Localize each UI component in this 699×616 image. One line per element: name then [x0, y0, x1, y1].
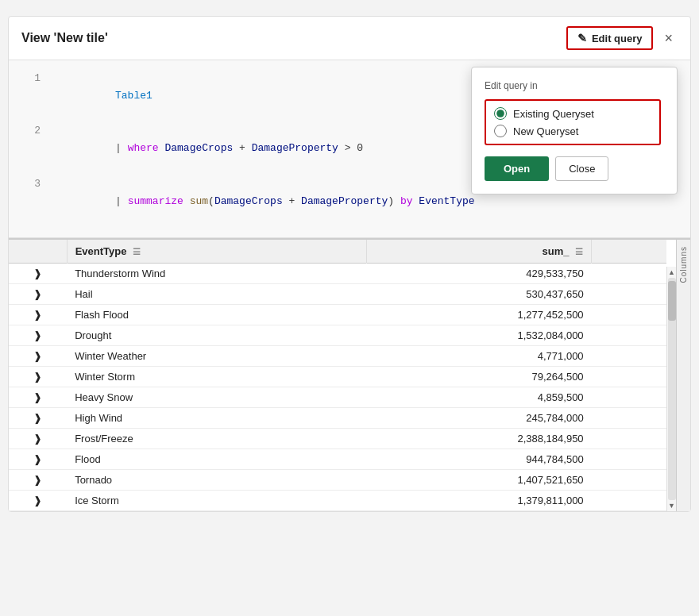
- table-row: ❱ Flood 944,784,500: [9, 449, 666, 469]
- space-1: [183, 195, 190, 207]
- col-damage-crops-2: DamageCrops: [214, 195, 283, 207]
- radio-label-existing: Existing Queryset: [513, 108, 594, 120]
- popup-label: Edit query in: [485, 80, 661, 91]
- expand-cell[interactable]: ❱: [9, 283, 67, 304]
- extra-header: [592, 240, 666, 264]
- extra-cell: [592, 428, 666, 449]
- extra-cell: [592, 304, 666, 325]
- table-row: ❱ Thunderstorm Wind 429,533,750: [9, 263, 666, 283]
- scroll-thumb[interactable]: [668, 281, 676, 321]
- sum-cell: 1,407,521,650: [367, 469, 592, 490]
- event-type-cell: Hail: [67, 283, 366, 304]
- table-row: ❱ Heavy Snow 4,859,500: [9, 387, 666, 407]
- close-button[interactable]: ×: [659, 29, 678, 48]
- line-number-3: 3: [21, 175, 41, 193]
- table-row: ❱ Tornado 1,407,521,650: [9, 469, 666, 490]
- columns-sidebar: Columns: [676, 240, 690, 511]
- line-number-1: 1: [21, 70, 41, 87]
- table-row: ❱ Drought 1,532,084,000: [9, 325, 666, 345]
- table-row: ❱ Ice Storm 1,379,811,000: [9, 490, 666, 510]
- expand-cell[interactable]: ❱: [9, 304, 67, 325]
- code-plus-2: +: [283, 195, 301, 207]
- keyword-by: by: [400, 195, 413, 207]
- extra-cell: [592, 325, 666, 345]
- code-panel: 1 Table1 2 | where DamageCrops + DamageP…: [9, 60, 690, 238]
- expand-cell[interactable]: ❱: [9, 263, 67, 283]
- event-type-cell: Drought: [67, 325, 366, 345]
- col-damage-crops: DamageCrops: [164, 142, 233, 154]
- popup-buttons: Open Close: [485, 156, 661, 181]
- sum-cell: 530,437,650: [367, 283, 592, 304]
- expand-cell[interactable]: ❱: [9, 490, 67, 510]
- table-row: ❱ Winter Storm 79,264,500: [9, 366, 666, 387]
- scroll-track[interactable]: [668, 278, 676, 500]
- sum-cell: 429,533,750: [367, 263, 592, 283]
- scroll-down-arrow[interactable]: ▼: [667, 500, 677, 511]
- table-row: ❱ Hail 530,437,650: [9, 283, 666, 304]
- scroll-up-arrow[interactable]: ▲: [667, 267, 677, 278]
- col-event-type-header[interactable]: EventType ☰: [67, 240, 366, 264]
- extra-cell: [592, 263, 666, 283]
- expand-cell[interactable]: ❱: [9, 387, 67, 407]
- line-number-2: 2: [21, 122, 41, 140]
- popup-close-button[interactable]: Close: [555, 156, 608, 181]
- paren-open: (: [208, 195, 214, 207]
- event-type-cell: Flash Flood: [67, 304, 366, 325]
- expand-cell[interactable]: ❱: [9, 407, 67, 428]
- keyword-table: Table1: [115, 90, 153, 102]
- col2-menu-icon[interactable]: ☰: [575, 247, 583, 256]
- radio-existing-queryset[interactable]: [494, 107, 507, 120]
- expand-cell[interactable]: ❱: [9, 345, 67, 366]
- edit-query-popup: Edit query in Existing Queryset New Quer…: [471, 67, 678, 194]
- edit-query-icon: ✎: [577, 32, 587, 44]
- expand-cell[interactable]: ❱: [9, 366, 67, 387]
- columns-label: Columns: [679, 246, 688, 283]
- vertical-scrollbar[interactable]: ▲ ▼: [666, 267, 676, 511]
- expand-header: [9, 240, 67, 264]
- paren-close: ): [388, 195, 400, 207]
- radio-row-new: New Queryset: [494, 125, 651, 137]
- col-sum-header[interactable]: sum_ ☰: [367, 240, 592, 264]
- expand-cell[interactable]: ❱: [9, 325, 67, 345]
- header-actions: ✎ Edit query ×: [566, 26, 678, 50]
- sum-cell: 1,277,452,500: [367, 304, 592, 325]
- code-gt: > 0: [338, 142, 363, 154]
- col-event-type: EventType: [419, 195, 474, 207]
- table-body: ❱ Thunderstorm Wind 429,533,750 ❱ Hail 5…: [9, 263, 666, 510]
- sum-cell: 2,388,184,950: [367, 428, 592, 449]
- extra-cell: [592, 345, 666, 366]
- popup-options-border: Existing Queryset New Queryset: [485, 99, 661, 145]
- radio-row-existing: Existing Queryset: [494, 107, 651, 120]
- col-damage-property-1: DamageProperty: [252, 142, 338, 154]
- table-row: ❱ Frost/Freeze 2,388,184,950: [9, 428, 666, 449]
- extra-cell: [592, 490, 666, 510]
- edit-query-button[interactable]: ✎ Edit query: [566, 26, 654, 50]
- expand-cell[interactable]: ❱: [9, 469, 67, 490]
- open-button[interactable]: Open: [485, 156, 549, 181]
- expand-cell[interactable]: ❱: [9, 428, 67, 449]
- code-plus-1: +: [233, 142, 251, 154]
- col1-menu-icon[interactable]: ☰: [133, 247, 141, 256]
- edit-query-label: Edit query: [592, 33, 643, 44]
- table-row: ❱ High Wind 245,784,000: [9, 407, 666, 428]
- extra-cell: [592, 449, 666, 469]
- pipe-op-2: |: [115, 195, 128, 207]
- sum-cell: 4,771,000: [367, 345, 592, 366]
- sum-cell: 1,532,084,000: [367, 325, 592, 345]
- extra-cell: [592, 387, 666, 407]
- event-type-cell: Winter Storm: [67, 366, 366, 387]
- event-type-cell: Winter Weather: [67, 345, 366, 366]
- event-type-cell: Frost/Freeze: [67, 428, 366, 449]
- sum-cell: 4,859,500: [367, 387, 592, 407]
- extra-cell: [592, 469, 666, 490]
- event-type-cell: Heavy Snow: [67, 387, 366, 407]
- event-type-cell: Tornado: [67, 469, 366, 490]
- expand-cell[interactable]: ❱: [9, 449, 67, 469]
- sum-cell: 245,784,000: [367, 407, 592, 428]
- pipe-op-1: |: [115, 142, 128, 154]
- sum-cell: 1,379,811,000: [367, 490, 592, 510]
- data-table: EventType ☰ sum_ ☰ ❱ Thunderstorm Wind 4…: [9, 240, 666, 511]
- event-type-cell: Flood: [67, 449, 366, 469]
- code-content-3: | summarize sum(DamageCrops + DamageProp…: [53, 175, 475, 228]
- radio-new-queryset[interactable]: [494, 125, 507, 137]
